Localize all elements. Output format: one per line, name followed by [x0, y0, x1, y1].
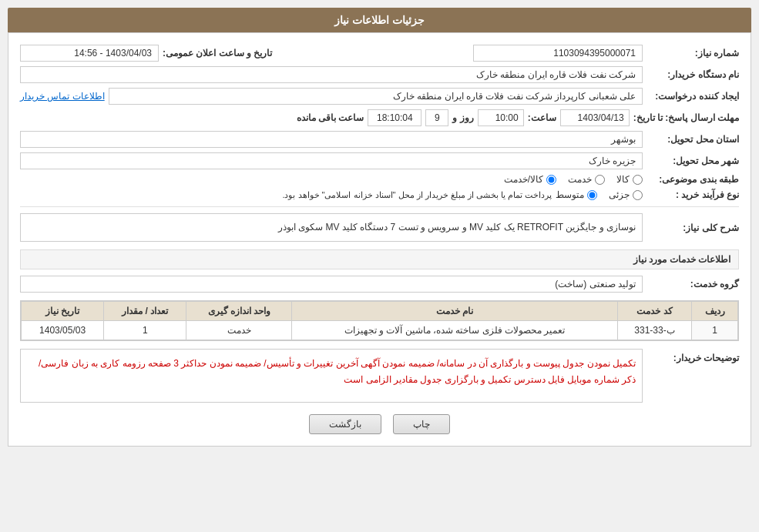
- sharhKoli-row: شرح کلی نیاز: نوسازی و جایگزین RETROFIT …: [20, 213, 739, 242]
- farayand-radio-group: جزئی متوسط: [556, 189, 643, 200]
- mohlat-roz: 9: [425, 109, 448, 126]
- date-value: 1403/04/03 - 14:56: [20, 45, 159, 62]
- namDastgah-value: شرکت نفت فلات قاره ایران منطقه خارک: [20, 66, 643, 83]
- col-tedad: تعداد / مقدار: [104, 302, 186, 321]
- cell-tarikh: 1403/05/03: [22, 321, 104, 340]
- tabaqe-row: طبقه بندی موضوعی: کالا خدمت کالا/خدمت: [20, 174, 739, 185]
- buttons-row: چاپ بازگشت: [20, 414, 739, 434]
- cell-vahed: خدمت: [186, 321, 292, 340]
- radio-jozei[interactable]: [633, 190, 643, 200]
- toseih-label: توضیحات خریدار:: [646, 353, 739, 363]
- mohlat-label: مهلت ارسال پاسخ: تا تاریخ:: [633, 112, 739, 123]
- radio-motevaset-item: متوسط: [556, 189, 597, 200]
- namDastgah-label: نام دستگاه خریدار:: [646, 69, 739, 80]
- cell-kod: ب-33-331: [617, 321, 691, 340]
- tabaqe-radio-group: کالا خدمت کالا/خدمت: [504, 174, 643, 185]
- radio-kala-label: کالا: [616, 174, 630, 185]
- ostan-value: بوشهر: [20, 131, 643, 148]
- radio-kala-item: کالا: [616, 174, 643, 185]
- ostan-label: استان محل تحویل:: [646, 134, 739, 145]
- noeFarayand-label: نوع فرآیند خرید :: [646, 189, 739, 200]
- radio-khedmat[interactable]: [595, 175, 605, 185]
- noeFarayand-row: نوع فرآیند خرید : جزئی متوسط پرداخت تمام…: [20, 189, 739, 200]
- date-label: تاریخ و ساعت اعلان عمومی:: [163, 48, 272, 59]
- shomareNiaz-row: شماره نیاز: 1103094395000071 تاریخ و ساع…: [20, 45, 739, 62]
- farayand-note: پرداخت تمام یا بخشی از مبلغ خریدار از مح…: [282, 190, 552, 200]
- cell-nam: تعمیر محصولات فلزی ساخته شده، ماشین آلات…: [292, 321, 617, 340]
- shomareNiaz-label: شماره نیاز:: [646, 48, 739, 59]
- mohlat-remaining-label: ساعت باقی مانده: [297, 112, 364, 123]
- shahr-value: جزیره خارک: [20, 152, 643, 169]
- page-container: جزئیات اطلاعات نیاز شماره نیاز: 11030943…: [0, 0, 759, 532]
- col-tarikh: تاریخ نیاز: [22, 302, 104, 321]
- radio-jozei-item: جزئی: [609, 189, 643, 200]
- ijadKonande-row: ایجاد کننده درخواست: علی شعبانی کارپرداز…: [20, 88, 739, 105]
- sharhKoli-label: شرح کلی نیاز:: [646, 223, 739, 233]
- radio-kala[interactable]: [633, 175, 643, 185]
- ostan-row: استان محل تحویل: بوشهر: [20, 131, 739, 148]
- namDastgah-row: نام دستگاه خریدار: شرکت نفت فلات قاره ای…: [20, 66, 739, 83]
- toseih-row: توضیحات خریدار: تکمیل نمودن جدول پیوست و…: [20, 349, 739, 403]
- cell-radif: 1: [692, 321, 738, 340]
- print-button[interactable]: چاپ: [393, 414, 450, 434]
- mohlat-row: مهلت ارسال پاسخ: تا تاریخ: 1403/04/13 سا…: [20, 109, 739, 126]
- mohlat-date: 1403/04/13: [560, 109, 630, 126]
- table-header-row: ردیف کد خدمت نام خدمت واحد اندازه گیری ت…: [22, 302, 738, 321]
- radio-kalaKhedmat-label: کالا/خدمت: [504, 174, 543, 185]
- ijadKonande-label: ایجاد کننده درخواست:: [646, 91, 739, 102]
- radio-jozei-label: جزئی: [609, 189, 630, 200]
- toseih-value: تکمیل نمودن جدول پیوست و بارگذاری آن در …: [20, 349, 643, 403]
- cell-tedad: 1: [104, 321, 186, 340]
- page-header: جزئیات اطلاعات نیاز: [8, 8, 751, 32]
- col-radif: ردیف: [692, 302, 738, 321]
- col-nam: نام خدمت: [292, 302, 617, 321]
- col-vahed: واحد اندازه گیری: [186, 302, 292, 321]
- sharhKoli-value: نوسازی و جایگزین RETROFIT یک کلید MV و س…: [20, 213, 643, 242]
- khadamat-table-container: ردیف کد خدمت نام خدمت واحد اندازه گیری ت…: [20, 300, 739, 341]
- page-title: جزئیات اطلاعات نیاز: [334, 14, 425, 26]
- ijadKonande-value: علی شعبانی کارپرداز شرکت نفت فلات قاره ا…: [109, 88, 643, 105]
- grouhKhadamat-value: تولید صنعتی (ساخت): [20, 276, 643, 293]
- grouhKhadamat-label: گروه خدمت:: [646, 279, 739, 289]
- grouhKhadamat-row: گروه خدمت: تولید صنعتی (ساخت): [20, 276, 739, 293]
- back-button[interactable]: بازگشت: [309, 414, 381, 434]
- tabaqe-label: طبقه بندی موضوعی:: [646, 174, 739, 185]
- mohlat-roz-label: روز و: [452, 112, 473, 123]
- radio-motevaset[interactable]: [587, 190, 597, 200]
- radio-kalaKhedmat-item: کالا/خدمت: [504, 174, 556, 185]
- khadamat-section-title: اطلاعات خدمات مورد نیاز: [20, 249, 739, 269]
- shomareNiaz-value: 1103094395000071: [473, 45, 643, 62]
- khadamat-table: ردیف کد خدمت نام خدمت واحد اندازه گیری ت…: [21, 301, 738, 340]
- table-row: 1 ب-33-331 تعمیر محصولات فلزی ساخته شده،…: [22, 321, 738, 340]
- radio-khedmat-label: خدمت: [568, 174, 592, 185]
- main-content: شماره نیاز: 1103094395000071 تاریخ و ساع…: [8, 32, 751, 447]
- mohlat-remaining: 18:10:04: [368, 109, 421, 126]
- separator1: [20, 206, 739, 207]
- mohlat-time-label: ساعت:: [528, 112, 556, 123]
- shahr-row: شهر محل تحویل: جزیره خارک: [20, 152, 739, 169]
- radio-khedmat-item: خدمت: [568, 174, 605, 185]
- contact-info-link[interactable]: اطلاعات تماس خریدار: [20, 91, 105, 102]
- radio-motevaset-label: متوسط: [556, 189, 584, 200]
- col-kod: کد خدمت: [617, 302, 691, 321]
- shahr-label: شهر محل تحویل:: [646, 156, 739, 166]
- radio-kalaKhedmat[interactable]: [546, 175, 556, 185]
- mohlat-time: 10:00: [478, 109, 524, 126]
